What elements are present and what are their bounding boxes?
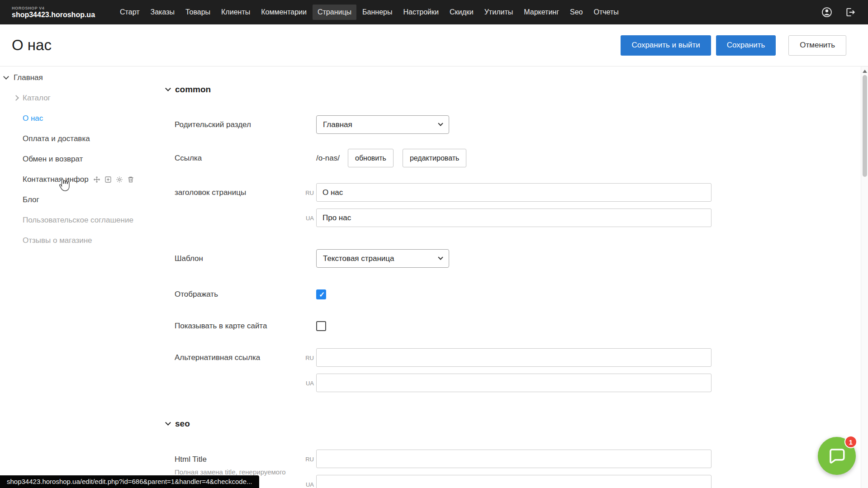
- sidebar-item-katalog[interactable]: Каталог: [0, 88, 159, 108]
- field-label-block: Html Title Полная замена title, генериру…: [175, 450, 316, 476]
- scrollbar-thumb[interactable]: [863, 75, 867, 177]
- parent-section-select[interactable]: Главная: [316, 115, 449, 134]
- refresh-link-button[interactable]: обновить: [348, 149, 394, 167]
- topbar: HOROSHOP V4 shop34423.horoshop.ua Старт …: [0, 0, 868, 24]
- chevron-down-icon: [165, 85, 171, 91]
- tree-item-label: Отзывы о магазине: [23, 236, 92, 245]
- select-value: Текстовая страница: [323, 254, 394, 263]
- logout-icon[interactable]: [844, 6, 856, 18]
- display-checkbox[interactable]: [316, 289, 326, 299]
- form-row-template: Шаблон Текстовая страница: [175, 249, 868, 268]
- vertical-scrollbar[interactable]: [861, 66, 868, 488]
- main-menu: Старт Заказы Товары Клиенты Комментарии …: [115, 5, 624, 20]
- html-title-ua-input[interactable]: [316, 475, 711, 488]
- lang-badge-ua: UA: [303, 379, 314, 386]
- field-label: Альтернативная ссылка: [175, 348, 316, 367]
- brand-domain: shop34423.horoshop.ua: [12, 11, 95, 19]
- select-value: Главная: [323, 120, 352, 129]
- tree-item-label: Контактная инфор: [23, 175, 89, 184]
- section-common[interactable]: common: [166, 85, 868, 95]
- tree-item-label: О нас: [23, 114, 43, 123]
- add-icon[interactable]: [104, 176, 112, 183]
- field-label: Родительский раздел: [175, 120, 316, 129]
- lang-row-ru: RU: [316, 183, 711, 202]
- chat-bubble-icon: [827, 446, 846, 465]
- chevron-down-icon: [165, 420, 171, 426]
- menu-item-utilities[interactable]: Утилиты: [479, 5, 518, 20]
- section-seo[interactable]: seo: [166, 419, 868, 429]
- form-row-display: Отображать: [175, 285, 868, 303]
- alt-link-lang-group: RU UA: [316, 348, 711, 392]
- chevron-down-icon[interactable]: [3, 74, 9, 80]
- alt-link-ru-input[interactable]: [316, 348, 711, 367]
- lang-row-ua: UA: [316, 208, 711, 227]
- lang-badge-ru: RU: [303, 189, 314, 196]
- sidebar-item-polzovatelskoe-soglashenie[interactable]: Пользовательское соглашение: [0, 210, 159, 230]
- header-actions: Сохранить и выйти Сохранить Отменить: [621, 35, 856, 56]
- chat-unread-badge: 1: [844, 436, 857, 448]
- lang-badge-ru: RU: [303, 455, 314, 462]
- delete-icon[interactable]: [127, 176, 134, 183]
- form-row-sitemap: Показывать в карте сайта: [175, 317, 868, 335]
- page-title-ru-input[interactable]: [316, 183, 711, 202]
- horoshop-admin-screen: HOROSHOP V4 shop34423.horoshop.ua Старт …: [0, 0, 868, 488]
- menu-item-banners[interactable]: Баннеры: [357, 5, 397, 20]
- html-title-ru-input[interactable]: [316, 450, 711, 468]
- lang-badge-ua: UA: [303, 481, 314, 488]
- settings-icon[interactable]: [116, 176, 123, 183]
- lang-row-ru: RU: [316, 450, 711, 468]
- menu-item-discounts[interactable]: Скидки: [445, 5, 479, 20]
- menu-item-settings[interactable]: Настройки: [398, 5, 443, 20]
- chat-launcher-button[interactable]: 1: [818, 437, 856, 475]
- move-icon[interactable]: [93, 176, 100, 183]
- tree-item-label: Блог: [23, 195, 39, 204]
- status-url-tooltip: shop34423.horoshop.ua/edit/edit.php?id=6…: [0, 475, 259, 488]
- edit-link-button[interactable]: редактировать: [403, 149, 466, 167]
- cancel-button[interactable]: Отменить: [788, 35, 846, 56]
- field-label: Отображать: [175, 290, 316, 299]
- menu-item-orders[interactable]: Заказы: [146, 5, 180, 20]
- menu-item-marketing[interactable]: Маркетинг: [519, 5, 564, 20]
- page-title-lang-group: RU UA: [316, 183, 711, 227]
- account-circle-icon[interactable]: [821, 6, 833, 18]
- menu-item-pages[interactable]: Страницы: [313, 5, 356, 20]
- field-label: Показывать в карте сайта: [175, 322, 316, 331]
- template-select[interactable]: Текстовая страница: [316, 249, 449, 268]
- brand-version: HOROSHOP V4: [12, 6, 95, 10]
- save-button[interactable]: Сохранить: [716, 35, 776, 56]
- menu-item-reports[interactable]: Отчеты: [589, 5, 624, 20]
- menu-item-products[interactable]: Товары: [180, 5, 215, 20]
- alt-link-ua-input[interactable]: [316, 374, 711, 392]
- menu-item-comments[interactable]: Комментарии: [256, 5, 312, 20]
- sidebar-item-blog[interactable]: Блог: [0, 190, 159, 210]
- menu-item-seo[interactable]: Seo: [565, 5, 588, 20]
- chevron-down-icon: [438, 121, 443, 126]
- form-row-html-title: Html Title Полная замена title, генериру…: [175, 450, 868, 488]
- sidebar-item-obmen-i-vozvrat[interactable]: Обмен и возврат: [0, 149, 159, 169]
- link-path-value: /o-nas/: [316, 154, 340, 163]
- menu-item-start[interactable]: Старт: [115, 5, 144, 20]
- brand-logo[interactable]: HOROSHOP V4 shop34423.horoshop.ua: [12, 6, 95, 19]
- sidebar-item-oplata-i-dostavka[interactable]: Оплата и доставка: [0, 128, 159, 149]
- sitemap-checkbox[interactable]: [316, 321, 326, 331]
- section-title: common: [175, 85, 211, 95]
- sidebar-item-o-nas[interactable]: О нас: [0, 108, 159, 128]
- sidebar-item-otzyvy-o-magazine[interactable]: Отзывы о магазине: [0, 230, 159, 251]
- topbar-right-icons: [821, 6, 856, 18]
- sidebar-item-glavnaya[interactable]: Главная: [0, 67, 159, 88]
- sidebar-item-kontaktnaya-informatsiya[interactable]: Контактная инфор: [0, 169, 159, 190]
- scroll-up-arrow-icon[interactable]: [863, 70, 867, 73]
- field-label: заголовок страницы: [175, 183, 316, 202]
- menu-item-clients[interactable]: Клиенты: [216, 5, 255, 20]
- tree-item-label: Оплата и доставка: [23, 134, 90, 143]
- form-row-alt-link: Альтернативная ссылка RU UA: [175, 348, 868, 392]
- lang-row-ua: UA: [316, 374, 711, 392]
- lang-row-ru: RU: [316, 348, 711, 367]
- form-row-page-title: заголовок страницы RU UA: [175, 183, 868, 227]
- page-title-ua-input[interactable]: [316, 208, 711, 227]
- tree-item-hover-actions: [93, 176, 134, 183]
- save-and-exit-button[interactable]: Сохранить и выйти: [621, 35, 711, 56]
- chevron-right-icon[interactable]: [13, 95, 19, 101]
- link-controls: /o-nas/ обновить редактировать: [316, 149, 466, 167]
- lang-badge-ua: UA: [303, 214, 314, 221]
